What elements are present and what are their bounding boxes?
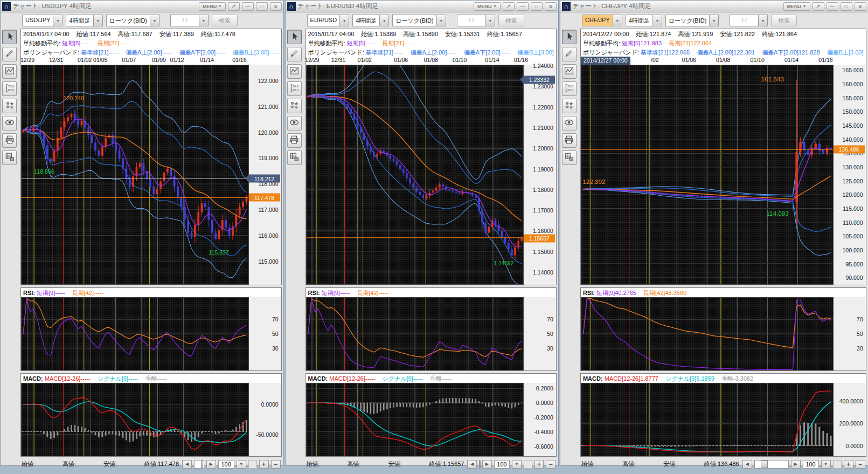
date-input[interactable]: / / ▼ (170, 15, 209, 26)
detach-button[interactable]: ↗ (228, 2, 240, 11)
chevron-down-icon[interactable]: ▼ (709, 15, 718, 26)
close-button[interactable]: × (855, 2, 866, 11)
menu-button[interactable]: MENU ▼ (474, 2, 501, 11)
chart-scrollbar[interactable] (479, 460, 480, 469)
chevron-down-icon[interactable]: ▼ (339, 15, 349, 26)
macd-chart-canvas[interactable] (581, 383, 833, 456)
scroll-right-button[interactable]: ▶ (206, 460, 216, 469)
zoom-out-button[interactable]: − (546, 460, 555, 469)
close-button[interactable]: × (545, 2, 557, 11)
draw-tool-button[interactable] (287, 47, 302, 61)
export-tool-button[interactable] (287, 150, 302, 165)
pair-select[interactable]: USD/JPY ▼ (22, 15, 63, 26)
zoom-dropdown-button[interactable]: ▼ (821, 460, 831, 469)
maximize-button[interactable]: □ (256, 2, 268, 11)
chart-scrollbar[interactable] (194, 460, 204, 469)
print-tool-button[interactable] (287, 133, 302, 148)
cursor-tool-button[interactable] (562, 30, 577, 44)
timeframe-select[interactable]: 4時間足 ▼ (66, 15, 102, 26)
visibility-tool-button[interactable] (287, 116, 302, 130)
chevron-down-icon[interactable]: ▼ (53, 15, 62, 26)
chevron-down-icon[interactable]: ▼ (758, 15, 767, 26)
search-button[interactable]: 検索 (212, 15, 238, 26)
minimize-button[interactable]: — (827, 2, 838, 11)
cursor-tool-button[interactable] (287, 30, 302, 44)
indicator-tool-button[interactable] (2, 64, 17, 79)
scale-tool-button[interactable]: 70.060.0 (287, 81, 302, 96)
chart-scrollbar[interactable] (754, 460, 789, 469)
cursor-tool-button[interactable] (2, 30, 17, 44)
chevron-down-icon[interactable]: ▼ (150, 15, 159, 26)
chevron-down-icon[interactable]: ▼ (652, 15, 662, 26)
indicator-tool-button[interactable] (562, 64, 577, 79)
main-chart-canvas[interactable]: 122.392161.543114.083 (581, 65, 833, 284)
search-button[interactable]: 検索 (771, 15, 797, 26)
stamp-tool-button[interactable] (2, 99, 17, 113)
chevron-down-icon[interactable]: ▼ (93, 15, 102, 26)
stamp-tool-button[interactable] (562, 99, 577, 113)
macd-chart-canvas[interactable] (22, 383, 248, 456)
maximize-button[interactable]: □ (841, 2, 852, 11)
chart-type-select[interactable]: ローソク(BID) ▼ (665, 15, 719, 26)
zoom-out-button[interactable]: − (271, 460, 281, 469)
minimize-button[interactable]: — (242, 2, 254, 11)
draw-tool-button[interactable] (2, 47, 17, 61)
main-chart-canvas[interactable]: 120.740118.866115.837 (22, 65, 248, 284)
scrollbar-thumb[interactable] (761, 461, 768, 468)
price-axis[interactable]: 165.000160.000155.000150.000145.000140.0… (834, 65, 866, 285)
chevron-down-icon[interactable]: ▼ (613, 15, 622, 26)
visibility-tool-button[interactable] (562, 116, 577, 130)
chevron-down-icon[interactable]: ▼ (485, 15, 495, 26)
zoom-out-button[interactable]: − (856, 460, 865, 469)
menu-button[interactable]: MENU ▼ (783, 2, 810, 11)
scroll-left-button[interactable]: ◀ (182, 460, 192, 469)
visibility-tool-button[interactable] (2, 116, 17, 130)
scrollbar-thumb[interactable] (480, 461, 481, 468)
zoom-dropdown-button[interactable]: ▼ (237, 460, 246, 469)
search-button[interactable]: 検索 (498, 15, 524, 26)
scale-tool-button[interactable]: 70.060.0 (2, 81, 17, 96)
export-tool-button[interactable] (562, 150, 577, 165)
scale-tool-button[interactable]: 70.060.0 (562, 81, 577, 96)
price-axis[interactable]: 1.240001.230001.220001.210001.200001.190… (524, 65, 556, 285)
main-chart-canvas[interactable]: 1.14692 (307, 65, 523, 284)
scroll-left-button[interactable]: ◀ (467, 460, 477, 469)
zoom-in-button[interactable]: + (534, 460, 544, 469)
scroll-left-button[interactable]: ◀ (742, 460, 752, 469)
timeframe-select[interactable]: 4時間足 ▼ (626, 15, 662, 26)
scrollbar-thumb[interactable] (201, 461, 203, 468)
detach-button[interactable]: ↗ (813, 2, 824, 11)
rsi-chart-canvas[interactable] (22, 298, 248, 370)
menu-button[interactable]: MENU ▼ (199, 2, 226, 11)
chart-type-select[interactable]: ローソク(BID) ▼ (106, 15, 159, 26)
macd-chart-canvas[interactable] (307, 383, 523, 456)
titlebar[interactable]: ∩ チャート: USD/JPY 4時間足 MENU ▼ ↗ — □ × (1, 1, 283, 12)
detach-button[interactable]: ↗ (503, 2, 515, 11)
scroll-right-button[interactable]: ▶ (791, 460, 801, 469)
date-input[interactable]: / / ▼ (730, 15, 768, 26)
chevron-down-icon[interactable]: ▼ (379, 15, 388, 26)
print-tool-button[interactable] (2, 133, 17, 148)
stamp-tool-button[interactable] (287, 99, 302, 113)
chart-type-select[interactable]: ローソク(BID) ▼ (392, 15, 446, 26)
titlebar[interactable]: ∩ チャート: CHF/JPY 4時間足 MENU ▼ ↗ — □ × (560, 1, 868, 12)
indicator-tool-button[interactable] (287, 64, 302, 79)
export-tool-button[interactable] (2, 150, 17, 165)
scroll-right-button[interactable]: ▶ (482, 460, 492, 469)
pair-select[interactable]: CHF/JPY ▼ (582, 15, 622, 26)
zoom-dropdown-button[interactable]: ▼ (512, 460, 522, 469)
zoom-in-button[interactable]: + (844, 460, 853, 469)
pair-select[interactable]: EUR/USD ▼ (307, 15, 350, 26)
minimize-button[interactable]: — (517, 2, 529, 11)
close-button[interactable]: × (270, 2, 282, 11)
zoom-in-button[interactable]: + (259, 460, 269, 469)
date-input[interactable]: / / ▼ (457, 15, 495, 26)
maximize-button[interactable]: □ (531, 2, 543, 11)
timeframe-select[interactable]: 4時間足 ▼ (352, 15, 389, 26)
chevron-down-icon[interactable]: ▼ (436, 15, 446, 26)
rsi-chart-canvas[interactable] (307, 298, 523, 370)
titlebar[interactable]: ∩ チャート: EUR/USD 4時間足 MENU ▼ ↗ — □ × (286, 1, 558, 12)
price-axis[interactable]: 122.000121.000120.000119.000118.000117.0… (249, 65, 281, 285)
print-tool-button[interactable] (562, 133, 577, 148)
draw-tool-button[interactable] (562, 47, 577, 61)
